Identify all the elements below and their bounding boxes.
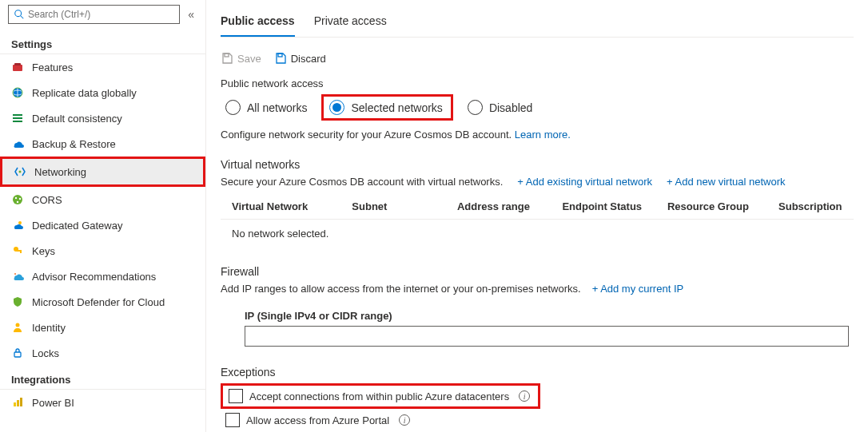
sidebar-item-replicate[interactable]: Replicate data globally bbox=[0, 80, 205, 105]
ip-label: IP (Single IPv4 or CIDR range) bbox=[221, 306, 854, 326]
pna-radio-group: All networks Selected networks Disabled bbox=[221, 94, 854, 121]
save-label: Save bbox=[237, 53, 261, 65]
highlight-networking: Networking bbox=[0, 157, 205, 187]
sidebar-item-identity[interactable]: Identity bbox=[0, 315, 205, 340]
vnet-desc: Secure your Azure Cosmos DB account with… bbox=[221, 176, 503, 188]
svg-rect-9 bbox=[13, 121, 22, 122]
pna-help-text-content: Configure network security for your Azur… bbox=[221, 129, 515, 141]
gateway-icon bbox=[11, 219, 24, 232]
advisor-icon bbox=[11, 270, 24, 283]
ip-input[interactable] bbox=[245, 326, 849, 347]
sidebar-item-consistency[interactable]: Default consistency bbox=[0, 105, 205, 131]
menu-label: Default consistency bbox=[32, 113, 122, 125]
svg-point-13 bbox=[19, 198, 21, 200]
radio-label: Selected networks bbox=[351, 101, 442, 114]
sidebar: « Settings Features Replicate data globa… bbox=[0, 0, 206, 432]
menu-label: Identity bbox=[32, 322, 66, 334]
radio-disabled[interactable]: Disabled bbox=[463, 97, 537, 117]
lock-icon bbox=[11, 347, 24, 359]
vnet-table-head: Virtual Network Subnet Address range End… bbox=[221, 194, 854, 219]
menu-label: Features bbox=[32, 61, 73, 73]
col-endpoint-status: Endpoint Status bbox=[562, 200, 667, 212]
menu-label: Microsoft Defender for Cloud bbox=[32, 296, 165, 308]
radio-label: Disabled bbox=[489, 101, 532, 114]
menu-label: Backup & Restore bbox=[32, 138, 116, 150]
highlight-accept-azure-dc: Accept connections from within public Az… bbox=[221, 383, 540, 409]
radio-all-networks[interactable]: All networks bbox=[221, 97, 312, 117]
svg-point-12 bbox=[15, 197, 17, 199]
vnet-table-empty: No network selected. bbox=[221, 219, 854, 248]
vnet-actions: Secure your Azure Cosmos DB account with… bbox=[221, 176, 854, 188]
add-existing-vnet-link[interactable]: + Add existing virtual network bbox=[517, 176, 652, 188]
svg-line-1 bbox=[21, 16, 24, 19]
sidebar-item-cors[interactable]: CORS bbox=[0, 187, 205, 212]
svg-point-20 bbox=[16, 323, 20, 327]
svg-rect-25 bbox=[225, 54, 229, 57]
shield-icon bbox=[11, 295, 24, 308]
firewall-desc: Add IP ranges to allow access from the i… bbox=[221, 283, 581, 295]
key-icon bbox=[11, 244, 24, 257]
checkbox-icon bbox=[225, 413, 240, 427]
col-virtual-network: Virtual Network bbox=[232, 200, 352, 212]
sidebar-item-features[interactable]: Features bbox=[0, 54, 205, 80]
svg-rect-8 bbox=[13, 117, 22, 119]
svg-rect-17 bbox=[17, 250, 22, 252]
svg-rect-22 bbox=[14, 402, 16, 406]
add-current-ip-link[interactable]: + Add my current IP bbox=[592, 283, 684, 295]
globe-icon bbox=[11, 86, 24, 99]
sidebar-item-powerbi[interactable]: Power BI bbox=[0, 390, 205, 415]
identity-icon bbox=[11, 321, 24, 334]
exceptions-section: Exceptions Accept connections from withi… bbox=[221, 366, 854, 430]
pna-label: Public network access bbox=[221, 77, 854, 89]
sidebar-item-locks[interactable]: Locks bbox=[0, 340, 205, 366]
sidebar-item-gateway[interactable]: Dedicated Gateway bbox=[0, 212, 205, 238]
save-icon bbox=[221, 52, 233, 65]
svg-rect-26 bbox=[278, 54, 282, 57]
search-input[interactable] bbox=[28, 9, 174, 20]
sidebar-collapse-button[interactable]: « bbox=[185, 8, 197, 21]
svg-point-10 bbox=[19, 171, 22, 173]
sidebar-item-networking[interactable]: Networking bbox=[2, 159, 203, 184]
info-icon[interactable]: i bbox=[399, 414, 410, 426]
main-content: Public access Private access Save Discar… bbox=[206, 0, 868, 432]
firewall-row: Add IP ranges to allow access from the i… bbox=[221, 283, 854, 295]
add-new-vnet-link[interactable]: + Add new virtual network bbox=[667, 176, 786, 188]
vnet-table: Virtual Network Subnet Address range End… bbox=[221, 194, 854, 248]
learn-more-link[interactable]: Learn more. bbox=[515, 129, 571, 141]
svg-point-14 bbox=[17, 201, 18, 203]
tab-public-access[interactable]: Public access bbox=[221, 8, 295, 37]
checkbox-label: Allow access from Azure Portal bbox=[246, 414, 389, 426]
sidebar-item-defender[interactable]: Microsoft Defender for Cloud bbox=[0, 289, 205, 315]
cloud-backup-icon bbox=[11, 137, 24, 150]
col-address-range: Address range bbox=[457, 200, 563, 212]
menu-label: Locks bbox=[32, 347, 59, 359]
svg-rect-7 bbox=[13, 114, 22, 116]
menu-label: Dedicated Gateway bbox=[32, 220, 122, 232]
cors-icon bbox=[11, 193, 24, 206]
vnet-title: Virtual networks bbox=[221, 158, 854, 171]
svg-rect-24 bbox=[20, 398, 22, 406]
menu-label: Networking bbox=[34, 166, 86, 178]
sidebar-item-backup[interactable]: Backup & Restore bbox=[0, 131, 205, 157]
radio-selected-networks[interactable]: Selected networks bbox=[325, 97, 447, 117]
features-icon bbox=[11, 61, 24, 73]
toolbar: Save Discard bbox=[221, 52, 854, 65]
firewall-title: Firewall bbox=[221, 265, 854, 278]
consistency-icon bbox=[11, 112, 24, 125]
exceptions-title: Exceptions bbox=[221, 366, 854, 378]
svg-rect-18 bbox=[20, 252, 22, 253]
sidebar-item-advisor[interactable]: Advisor Recommendations bbox=[0, 264, 205, 289]
checkbox-allow-portal[interactable]: Allow access from Azure Portal i bbox=[221, 410, 854, 430]
search-row: « bbox=[0, 0, 205, 30]
tab-private-access[interactable]: Private access bbox=[314, 8, 387, 37]
discard-button[interactable]: Discard bbox=[274, 52, 326, 65]
sidebar-item-keys[interactable]: Keys bbox=[0, 238, 205, 264]
info-icon[interactable]: i bbox=[519, 390, 530, 402]
search-box[interactable] bbox=[8, 5, 180, 24]
menu-label: Advisor Recommendations bbox=[32, 271, 156, 283]
pna-help-text: Configure network security for your Azur… bbox=[221, 129, 854, 141]
networking-icon bbox=[14, 165, 26, 178]
checkbox-accept-azure-dc[interactable]: Accept connections from within public Az… bbox=[224, 386, 535, 406]
checkbox-label: Accept connections from within public Az… bbox=[249, 390, 509, 402]
svg-rect-23 bbox=[17, 400, 19, 406]
